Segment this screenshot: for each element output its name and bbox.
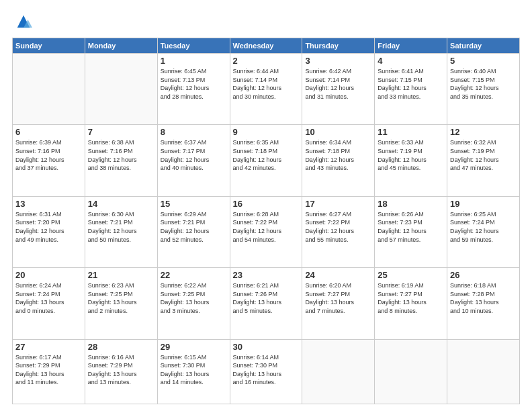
day-number: 5 [450, 56, 517, 66]
calendar-cell: 11Sunrise: 6:33 AM Sunset: 7:19 PM Dayli… [375, 125, 447, 196]
day-number: 22 [161, 270, 227, 280]
weekday-header-thursday: Thursday [302, 38, 375, 54]
day-info: Sunrise: 6:31 AM Sunset: 7:20 PM Dayligh… [15, 210, 82, 244]
header [12, 12, 520, 31]
day-info: Sunrise: 6:35 AM Sunset: 7:18 PM Dayligh… [233, 138, 300, 172]
calendar-cell: 28Sunrise: 6:16 AM Sunset: 7:29 PM Dayli… [85, 339, 157, 404]
calendar-week-5: 27Sunrise: 6:17 AM Sunset: 7:29 PM Dayli… [13, 339, 520, 404]
calendar-cell: 8Sunrise: 6:37 AM Sunset: 7:17 PM Daylig… [157, 125, 230, 196]
calendar-cell: 21Sunrise: 6:23 AM Sunset: 7:25 PM Dayli… [85, 268, 157, 339]
day-number: 14 [88, 199, 154, 209]
calendar-cell: 20Sunrise: 6:24 AM Sunset: 7:24 PM Dayli… [13, 268, 85, 339]
day-number: 21 [88, 270, 154, 280]
day-info: Sunrise: 6:29 AM Sunset: 7:21 PM Dayligh… [161, 210, 227, 244]
day-number: 17 [305, 199, 371, 209]
day-info: Sunrise: 6:39 AM Sunset: 7:16 PM Dayligh… [15, 138, 82, 172]
calendar-cell: 6Sunrise: 6:39 AM Sunset: 7:16 PM Daylig… [13, 125, 85, 196]
day-info: Sunrise: 6:33 AM Sunset: 7:19 PM Dayligh… [378, 138, 444, 172]
calendar-cell: 1Sunrise: 6:45 AM Sunset: 7:13 PM Daylig… [157, 54, 230, 125]
calendar-cell: 12Sunrise: 6:32 AM Sunset: 7:19 PM Dayli… [447, 125, 520, 196]
day-info: Sunrise: 6:16 AM Sunset: 7:29 PM Dayligh… [88, 353, 154, 387]
calendar-cell: 13Sunrise: 6:31 AM Sunset: 7:20 PM Dayli… [13, 196, 85, 267]
day-info: Sunrise: 6:41 AM Sunset: 7:15 PM Dayligh… [378, 67, 444, 101]
calendar-cell: 17Sunrise: 6:27 AM Sunset: 7:22 PM Dayli… [302, 196, 375, 267]
day-info: Sunrise: 6:22 AM Sunset: 7:25 PM Dayligh… [161, 281, 227, 315]
day-info: Sunrise: 6:37 AM Sunset: 7:17 PM Dayligh… [161, 138, 227, 172]
day-info: Sunrise: 6:34 AM Sunset: 7:18 PM Dayligh… [305, 138, 371, 172]
weekday-header-sunday: Sunday [13, 38, 85, 54]
day-info: Sunrise: 6:32 AM Sunset: 7:19 PM Dayligh… [450, 138, 517, 172]
weekday-header-wednesday: Wednesday [230, 38, 302, 54]
day-info: Sunrise: 6:17 AM Sunset: 7:29 PM Dayligh… [15, 353, 82, 387]
day-number: 10 [305, 127, 371, 137]
calendar-cell [447, 339, 520, 404]
day-number: 3 [305, 56, 371, 66]
day-number: 11 [378, 127, 444, 137]
day-number: 18 [378, 199, 444, 209]
day-info: Sunrise: 6:23 AM Sunset: 7:25 PM Dayligh… [88, 281, 154, 315]
day-info: Sunrise: 6:25 AM Sunset: 7:24 PM Dayligh… [450, 210, 517, 244]
day-info: Sunrise: 6:30 AM Sunset: 7:21 PM Dayligh… [88, 210, 154, 244]
day-number: 7 [88, 127, 154, 137]
day-number: 30 [233, 342, 300, 352]
calendar-week-1: 1Sunrise: 6:45 AM Sunset: 7:13 PM Daylig… [13, 54, 520, 125]
calendar-cell: 29Sunrise: 6:15 AM Sunset: 7:30 PM Dayli… [157, 339, 230, 404]
weekday-header-tuesday: Tuesday [157, 38, 230, 54]
calendar-cell: 2Sunrise: 6:44 AM Sunset: 7:14 PM Daylig… [230, 54, 302, 125]
calendar-cell [13, 54, 85, 125]
day-info: Sunrise: 6:24 AM Sunset: 7:24 PM Dayligh… [15, 281, 82, 315]
day-number: 13 [15, 199, 82, 209]
calendar-cell: 7Sunrise: 6:38 AM Sunset: 7:16 PM Daylig… [85, 125, 157, 196]
calendar-cell: 10Sunrise: 6:34 AM Sunset: 7:18 PM Dayli… [302, 125, 375, 196]
calendar-week-3: 13Sunrise: 6:31 AM Sunset: 7:20 PM Dayli… [13, 196, 520, 267]
day-info: Sunrise: 6:27 AM Sunset: 7:22 PM Dayligh… [305, 210, 371, 244]
day-info: Sunrise: 6:21 AM Sunset: 7:26 PM Dayligh… [233, 281, 300, 315]
calendar-cell: 3Sunrise: 6:42 AM Sunset: 7:14 PM Daylig… [302, 54, 375, 125]
day-number: 12 [450, 127, 517, 137]
calendar-cell: 16Sunrise: 6:28 AM Sunset: 7:22 PM Dayli… [230, 196, 302, 267]
calendar-cell: 30Sunrise: 6:14 AM Sunset: 7:30 PM Dayli… [230, 339, 302, 404]
weekday-header-monday: Monday [85, 38, 157, 54]
weekday-header-friday: Friday [375, 38, 447, 54]
calendar-cell: 22Sunrise: 6:22 AM Sunset: 7:25 PM Dayli… [157, 268, 230, 339]
day-info: Sunrise: 6:19 AM Sunset: 7:27 PM Dayligh… [378, 281, 444, 315]
day-number: 4 [378, 56, 444, 66]
calendar-cell: 9Sunrise: 6:35 AM Sunset: 7:18 PM Daylig… [230, 125, 302, 196]
day-number: 29 [161, 342, 227, 352]
logo-text [12, 12, 33, 31]
calendar-cell: 14Sunrise: 6:30 AM Sunset: 7:21 PM Dayli… [85, 196, 157, 267]
calendar-cell: 26Sunrise: 6:18 AM Sunset: 7:28 PM Dayli… [447, 268, 520, 339]
day-info: Sunrise: 6:18 AM Sunset: 7:28 PM Dayligh… [450, 281, 517, 315]
day-number: 28 [88, 342, 154, 352]
day-info: Sunrise: 6:38 AM Sunset: 7:16 PM Dayligh… [88, 138, 154, 172]
day-info: Sunrise: 6:14 AM Sunset: 7:30 PM Dayligh… [233, 353, 300, 387]
day-number: 24 [305, 270, 371, 280]
logo-icon [14, 12, 33, 31]
day-number: 15 [161, 199, 227, 209]
calendar-cell [85, 54, 157, 125]
day-number: 27 [15, 342, 82, 352]
calendar: SundayMondayTuesdayWednesdayThursdayFrid… [12, 38, 520, 404]
calendar-cell: 25Sunrise: 6:19 AM Sunset: 7:27 PM Dayli… [375, 268, 447, 339]
calendar-cell: 19Sunrise: 6:25 AM Sunset: 7:24 PM Dayli… [447, 196, 520, 267]
calendar-cell [302, 339, 375, 404]
day-number: 23 [233, 270, 300, 280]
day-number: 20 [15, 270, 82, 280]
calendar-cell: 5Sunrise: 6:40 AM Sunset: 7:15 PM Daylig… [447, 54, 520, 125]
calendar-week-4: 20Sunrise: 6:24 AM Sunset: 7:24 PM Dayli… [13, 268, 520, 339]
day-info: Sunrise: 6:42 AM Sunset: 7:14 PM Dayligh… [305, 67, 371, 101]
weekday-header-saturday: Saturday [447, 38, 520, 54]
day-number: 2 [233, 56, 300, 66]
day-number: 19 [450, 199, 517, 209]
day-info: Sunrise: 6:28 AM Sunset: 7:22 PM Dayligh… [233, 210, 300, 244]
day-number: 9 [233, 127, 300, 137]
day-number: 16 [233, 199, 300, 209]
day-number: 6 [15, 127, 82, 137]
logo [12, 12, 33, 31]
day-number: 25 [378, 270, 444, 280]
calendar-cell: 4Sunrise: 6:41 AM Sunset: 7:15 PM Daylig… [375, 54, 447, 125]
calendar-cell: 15Sunrise: 6:29 AM Sunset: 7:21 PM Dayli… [157, 196, 230, 267]
day-info: Sunrise: 6:40 AM Sunset: 7:15 PM Dayligh… [450, 67, 517, 101]
calendar-cell [375, 339, 447, 404]
day-info: Sunrise: 6:26 AM Sunset: 7:23 PM Dayligh… [378, 210, 444, 244]
